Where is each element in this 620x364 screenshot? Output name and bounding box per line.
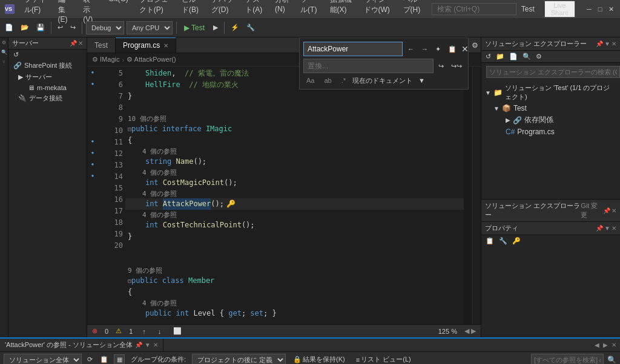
refs-pin-icon[interactable]: 📌	[135, 342, 142, 348]
sol-btn-3[interactable]: 📄	[507, 52, 519, 61]
refs-btn-2[interactable]: 📋	[98, 355, 110, 364]
ref-count-11: 4 個の参照	[125, 146, 464, 156]
server-item-refresh[interactable]: ↺	[8, 50, 87, 60]
tab-program-cs[interactable]: Program.cs ✕	[116, 37, 176, 53]
find-opt-regex[interactable]: .*	[338, 76, 349, 85]
sol-btn-4[interactable]: 🔍	[521, 52, 533, 61]
server-machine-icon: 🖥	[28, 84, 35, 91]
server-panel-title: サーバー	[12, 39, 39, 48]
prop-btn-2[interactable]: 🔧	[497, 236, 509, 245]
replace-all-btn[interactable]: ↪↪	[449, 67, 464, 71]
server-item-server[interactable]: ▶ サーバー	[8, 71, 87, 83]
find-scope-btn[interactable]: ▼	[416, 76, 427, 85]
solution-deps[interactable]: ▶ 🔗 依存関係	[481, 114, 620, 126]
menu-analyze[interactable]: 分析(N)	[270, 0, 294, 25]
git-pin-icon[interactable]: 📌	[603, 207, 610, 214]
replace-input[interactable]	[303, 67, 434, 73]
editor-nav-up[interactable]: ↑	[140, 327, 148, 336]
cpu-select[interactable]: Any CPU	[127, 21, 173, 34]
server-expand-icon: ▶	[18, 73, 23, 81]
title-project: Test	[521, 5, 535, 13]
editor-breakpoint-btn[interactable]: ⬜	[171, 326, 184, 336]
menu-window[interactable]: ウィンドウ(W)	[359, 0, 397, 25]
toolbar-misc-1[interactable]: ⚡	[228, 22, 242, 33]
menu-edit[interactable]: 編集(E)	[53, 0, 78, 25]
activity-git[interactable]: ⑂	[1, 59, 8, 67]
menu-extensions[interactable]: 拡張機能(X)	[325, 0, 358, 25]
refs-search-btn[interactable]: 🔍	[607, 356, 616, 364]
menu-debug[interactable]: デバッグ(D)	[206, 0, 239, 25]
breadcrumb-imagic[interactable]: ⚙ IMagic	[92, 56, 119, 63]
solution-program-cs[interactable]: C# Program.cs	[481, 126, 620, 137]
code-editor[interactable]: ● ● ● ● ● ●	[87, 67, 481, 324]
menu-help[interactable]: ヘルプ(H)	[398, 0, 427, 25]
right-panel: ソリューション エクスプローラー 📌 ▼ ✕ ↺ 📁 📄 🔍 ⚙ ▼ 📁 ソリュ…	[481, 37, 620, 337]
menu-test[interactable]: テスト(A)	[240, 0, 269, 25]
refs-btn-3[interactable]: ▦	[114, 354, 125, 365]
toolbar-redo[interactable]: ↪	[68, 22, 78, 33]
find-opt-word[interactable]: ab	[321, 76, 334, 85]
bottom-tab-icon-2[interactable]: ▶	[602, 340, 609, 349]
breadcrumb-attackpower[interactable]: ⚙ AttackPower()	[127, 56, 176, 63]
solution-close-icon[interactable]: ✕	[612, 41, 616, 47]
editor-nav-down[interactable]: ↓	[156, 327, 164, 336]
server-close-icon[interactable]: ✕	[78, 40, 83, 47]
refs-btn-1[interactable]: ⟳	[85, 355, 94, 364]
refs-scope-select[interactable]: ソリューション全体	[4, 354, 82, 365]
menu-tools[interactable]: ツール(T)	[295, 0, 323, 25]
find-opt-case[interactable]: Aa	[303, 76, 317, 85]
toolbar-misc-2[interactable]: 🔧	[244, 22, 257, 33]
live-share-button[interactable]: Live Share	[544, 1, 575, 18]
replace-one-btn[interactable]: ↪	[436, 67, 446, 71]
toolbar-save[interactable]: 💾	[34, 22, 47, 33]
props-pin-icon[interactable]: 📌	[596, 225, 603, 232]
run-button[interactable]: ▶ Test	[180, 22, 208, 33]
toolbar-step-over[interactable]: ▶	[211, 22, 220, 33]
refs-chevron-icon[interactable]: ▼	[145, 342, 151, 348]
tab-close-icon[interactable]: ✕	[163, 42, 168, 49]
close-button[interactable]: ✕	[607, 5, 615, 13]
debug-config-select[interactable]: Debug	[86, 21, 124, 34]
refs-close-icon[interactable]: ✕	[153, 342, 158, 348]
props-close-icon[interactable]: ✕	[612, 225, 616, 232]
minimize-button[interactable]: ─	[585, 5, 593, 13]
activity-explorer[interactable]: ⚙	[1, 40, 8, 47]
bottom-tab-icon-1[interactable]: ◀	[593, 340, 601, 349]
solution-search-input[interactable]	[486, 66, 620, 78]
refs-save-btn[interactable]: 🔒 結果を保持(K)	[289, 354, 349, 364]
maximize-button[interactable]: □	[596, 5, 604, 13]
bottom-tabs: 'AttackPower' の参照 - ソリューション全体 📌 ▼ ✕ ◀ ▶ …	[0, 339, 620, 352]
server-item-data[interactable]: 🔌 データ接続	[8, 93, 87, 104]
menu-build[interactable]: ビルド(B)	[177, 0, 205, 25]
bottom-tab-icon-3[interactable]: ✕	[610, 340, 618, 349]
solution-pin-icon[interactable]: 📌	[596, 41, 603, 47]
solution-root[interactable]: ▼ 📁 ソリューション 'Test' (1/1 のプロジェクト)	[481, 82, 620, 103]
toolbar-new-file[interactable]: 📄	[2, 22, 16, 33]
git-close-icon[interactable]: ✕	[612, 207, 616, 214]
sol-btn-1[interactable]: ↺	[484, 52, 493, 61]
refs-group-select[interactable]: プロジェクトの後に 定義	[192, 354, 286, 365]
prop-btn-1[interactable]: 📋	[484, 236, 496, 245]
activity-search[interactable]: 🔍	[1, 50, 8, 57]
toolbar-open[interactable]: 📂	[18, 22, 31, 33]
menu-file[interactable]: ファイル(F)	[19, 0, 52, 25]
prop-btn-key[interactable]: 🔑	[510, 236, 523, 245]
toolbar-undo[interactable]: ↩	[55, 22, 65, 33]
server-item-mekata[interactable]: 🖥 m-mekata	[8, 83, 87, 93]
editor-scrollbar-v[interactable]	[472, 67, 481, 324]
sol-btn-2[interactable]: 📁	[494, 52, 506, 61]
solution-test-project[interactable]: ▼ 📦 Test	[481, 103, 620, 114]
server-item-sharepoint[interactable]: 🔗 SharePoint 接続	[8, 60, 87, 71]
tab-test[interactable]: Test	[87, 37, 116, 53]
server-panel: サーバー 📌 ✕ ↺ 🔗 SharePoint 接続 ▶ サーバー 🖥 m-me…	[8, 37, 87, 337]
sol-btn-5[interactable]: ⚙	[534, 52, 544, 61]
code-content[interactable]: Shiden, // 紫電。雷の魔法 HellFire // 地獄の業火 }	[125, 67, 464, 324]
refs-listview-btn[interactable]: ≡ リスト ビュー(L)	[352, 354, 415, 364]
title-search-input[interactable]	[432, 3, 516, 15]
code-line-10: {	[125, 135, 464, 146]
refs-search-input[interactable]	[531, 354, 604, 365]
solution-chevron-icon[interactable]: ▼	[604, 41, 610, 47]
editor-settings-icon[interactable]: ⚙	[469, 37, 481, 53]
server-pin-icon[interactable]: 📌	[70, 40, 77, 47]
props-chevron-icon[interactable]: ▼	[604, 225, 610, 232]
